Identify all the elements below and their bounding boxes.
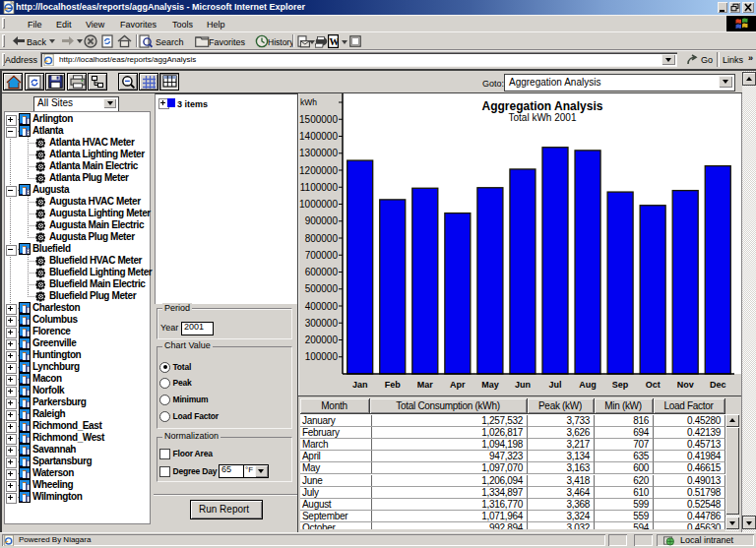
- svg-text:400000: 400000: [305, 301, 339, 312]
- svg-text:Aggregation Analysis: Aggregation Analysis: [482, 99, 603, 113]
- svg-text:200000: 200000: [305, 335, 339, 345]
- svg-text:600000: 600000: [305, 267, 339, 277]
- svg-text:1200000: 1200000: [299, 165, 338, 176]
- svg-text:700000: 700000: [305, 250, 339, 261]
- svg-text:W: W: [330, 36, 339, 47]
- svg-text:Jul: Jul: [548, 380, 561, 390]
- svg-text:Oct: Oct: [646, 380, 661, 390]
- svg-text:Sep: Sep: [612, 380, 629, 390]
- svg-text:Nov: Nov: [677, 380, 694, 390]
- svg-text:1000000: 1000000: [299, 199, 338, 210]
- svg-text:Mar: Mar: [417, 380, 434, 390]
- svg-text:1400000: 1400000: [299, 131, 338, 142]
- svg-text:kWh: kWh: [300, 97, 317, 107]
- svg-text:1100000: 1100000: [300, 182, 339, 193]
- svg-text:800000: 800000: [305, 233, 339, 244]
- svg-text:1500000: 1500000: [299, 114, 338, 125]
- svg-text:Feb: Feb: [385, 380, 402, 390]
- svg-text:Aug: Aug: [579, 380, 597, 390]
- svg-text:300000: 300000: [305, 318, 339, 329]
- svg-text:Dec: Dec: [710, 380, 726, 390]
- svg-text:1300000: 1300000: [299, 148, 338, 158]
- svg-text:500000: 500000: [305, 283, 339, 294]
- svg-text:Total kWh 2001: Total kWh 2001: [509, 112, 577, 123]
- svg-text:Apr: Apr: [450, 380, 466, 390]
- svg-text:Jun: Jun: [515, 380, 531, 390]
- svg-text:May: May: [481, 380, 499, 390]
- svg-text:900000: 900000: [305, 215, 339, 226]
- svg-text:Jan: Jan: [352, 380, 368, 390]
- svg-text:100000: 100000: [305, 351, 339, 362]
